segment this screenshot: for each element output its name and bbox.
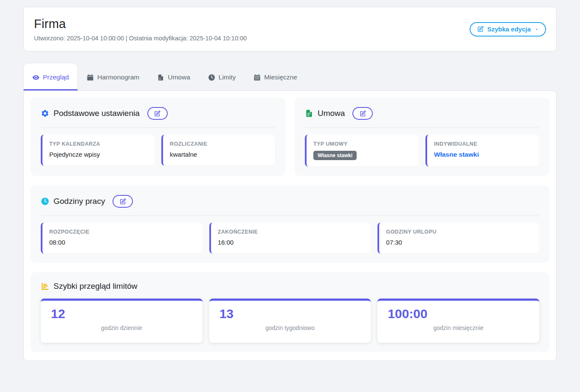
card-title: Podstawowe ustawienia [53, 109, 140, 118]
header-text: Firma Utworzono: 2025-10-04 10:00:00 | O… [34, 17, 247, 42]
eye-icon [32, 74, 39, 81]
individual-rates-link[interactable]: Własne stawki [434, 151, 479, 158]
stat-label: godzin dziennie [51, 324, 192, 331]
tab-label: Limity [219, 73, 236, 81]
stat-daily-limit: 12 godzin dziennie [41, 299, 203, 343]
calendar-grid-icon [253, 74, 261, 81]
field-godziny-urlopu: GODZINY URLOPU 07:30 [377, 223, 539, 254]
contract-type-badge: Własne stawki [313, 151, 357, 160]
edit-icon [154, 110, 160, 117]
clock-icon [208, 74, 215, 81]
top-cards-row: Podstawowe ustawienia TYP KALENDARZA Poj… [31, 98, 549, 176]
card-header: Godziny pracy [41, 195, 539, 208]
field-label: GODZINY URLOPU [386, 229, 532, 235]
stat-monthly-limit: 100:00 godzin miesięcznie [377, 299, 539, 343]
tab-limity[interactable]: Limity [199, 63, 245, 90]
field-value: 16:00 [218, 239, 364, 246]
stat-value: 100:00 [388, 307, 529, 321]
tab-label: Harmonogram [97, 73, 139, 81]
tab-content-panel: Podstawowe ustawienia TYP KALENDARZA Poj… [23, 90, 557, 361]
tab-przeglad[interactable]: Przegląd [23, 63, 78, 90]
field-label: ROZLICZANIE [170, 141, 268, 147]
divider [41, 127, 275, 128]
gear-icon [41, 109, 49, 118]
stat-value: 12 [51, 307, 192, 321]
stat-weekly-limit: 13 godzin tygodniowo [209, 299, 371, 343]
field-label: INDYWIDUALNE [434, 141, 532, 147]
fields-row: TYP KALENDARZA Pojedyncze wpisy ROZLICZA… [41, 135, 275, 166]
field-label: TYP KALENDARZA [49, 141, 148, 147]
field-rozpoczecie: ROZPOCZĘCIE 08:00 [41, 223, 203, 254]
edit-working-hours-button[interactable] [113, 195, 133, 208]
divider [305, 127, 539, 128]
bar-chart-icon [41, 282, 49, 290]
calendar-icon [87, 74, 94, 81]
card-title: Umowa [318, 109, 345, 118]
stat-value: 13 [220, 307, 361, 321]
field-typ-kalendarza: TYP KALENDARZA Pojedyncze wpisy [41, 135, 155, 166]
caret-down-icon [534, 27, 539, 32]
fields-row: TYP UMOWY Własne stawki INDYWIDUALNE Wła… [305, 135, 539, 166]
header-card: Firma Utworzono: 2025-10-04 10:00:00 | O… [23, 7, 557, 51]
edit-icon [360, 110, 366, 117]
card-title: Godziny pracy [53, 197, 105, 206]
field-zakonczenie: ZAKOŃCZENIE 16:00 [209, 223, 371, 254]
tab-bar: Przegląd Harmonogram Umowa Limity Miesię… [23, 63, 557, 90]
edit-icon [477, 26, 484, 32]
quick-edit-label: Szybka edycja [487, 25, 531, 33]
field-label: ZAKOŃCZENIE [218, 229, 364, 235]
contract-card: Umowa TYP UMOWY Własne stawki INDYWIDUAL… [295, 98, 549, 176]
divider [41, 215, 539, 216]
field-indywidualne: INDYWIDUALNE Własne stawki [425, 135, 539, 166]
edit-basic-settings-button[interactable] [147, 107, 168, 120]
field-typ-umowy: TYP UMOWY Własne stawki [305, 135, 419, 166]
tab-label: Miesięczne [264, 73, 297, 81]
field-value: 08:00 [49, 239, 196, 246]
tab-miesieczne[interactable]: Miesięczne [245, 63, 306, 90]
card-title: Szybki przegląd limitów [53, 282, 137, 291]
edit-contract-button[interactable] [352, 107, 373, 120]
file-contract-icon [305, 109, 313, 118]
page-title: Firma [34, 17, 247, 31]
field-label: TYP UMOWY [313, 141, 412, 147]
tab-harmonogram[interactable]: Harmonogram [78, 63, 148, 90]
file-icon [157, 74, 164, 81]
limits-overview-card: Szybki przegląd limitów 12 godzin dzienn… [31, 272, 549, 352]
tab-umowa[interactable]: Umowa [148, 63, 199, 90]
card-header: Szybki przegląd limitów [41, 282, 539, 291]
edit-icon [120, 198, 126, 205]
quick-edit-button[interactable]: Szybka edycja [470, 22, 546, 37]
stats-row: 12 godzin dziennie 13 godzin tygodniowo … [41, 299, 539, 343]
field-value: Pojedyncze wpisy [49, 151, 148, 158]
card-header: Podstawowe ustawienia [41, 107, 275, 120]
clock-icon [41, 197, 49, 206]
field-rozliczanie: ROZLICZANIE kwartalne [161, 135, 275, 166]
page: Firma Utworzono: 2025-10-04 10:00:00 | O… [23, 0, 557, 361]
working-hours-card: Godziny pracy ROZPOCZĘCIE 08:00 ZAKOŃCZE… [31, 186, 549, 263]
tab-label: Przegląd [43, 73, 69, 81]
tab-label: Umowa [168, 73, 190, 81]
fields-row: ROZPOCZĘCIE 08:00 ZAKOŃCZENIE 16:00 GODZ… [41, 223, 539, 254]
header-meta: Utworzono: 2025-10-04 10:00:00 | Ostatni… [34, 35, 247, 42]
field-label: ROZPOCZĘCIE [49, 229, 196, 235]
field-value: 07:30 [386, 239, 532, 246]
stat-label: godzin tygodniowo [220, 324, 361, 331]
field-value: kwartalne [170, 151, 268, 158]
card-header: Umowa [305, 107, 539, 120]
basic-settings-card: Podstawowe ustawienia TYP KALENDARZA Poj… [31, 98, 285, 176]
stat-label: godzin miesięcznie [388, 324, 529, 331]
